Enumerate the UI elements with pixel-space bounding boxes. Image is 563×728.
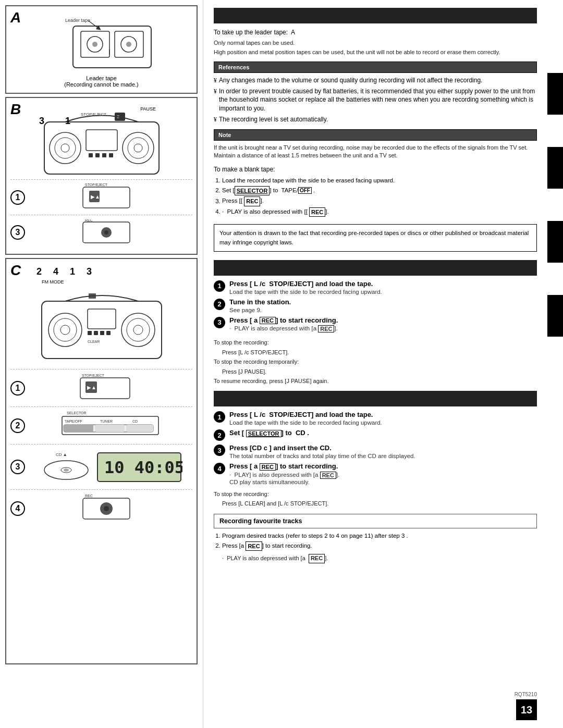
cd-step-3-title: Press [CD c ] and insert the CD. [229, 444, 537, 452]
rec-button-icon: REC [78, 219, 145, 245]
c-step-1-row: 1 STOP/EJECT ▶▲ [10, 369, 192, 406]
rec-step4-icon: REC [78, 494, 145, 523]
note-text: If the unit is brought near a TV set dur… [214, 144, 537, 160]
cd-step-1-sub: Load the tape with the side to be record… [229, 419, 537, 426]
margin-bar-1 [547, 73, 563, 115]
c-step-4-row: 4 REC [10, 489, 192, 527]
step-1-circle: 1 [10, 190, 25, 205]
fav-tracks-box: Recording favourite tracks [214, 514, 537, 528]
radio-step-2-title: Tune in the station. [229, 298, 537, 306]
svg-point-15 [128, 138, 149, 158]
pause-label-b: PAUSE [140, 106, 156, 112]
ref-item-1: ¥ Any changes made to the volume or soun… [214, 76, 537, 85]
radio-step-3-sub: · PLAY is also depressed with [a REC]. [229, 325, 537, 332]
fav-step-2: Press [a REC] to start recording. [222, 541, 537, 551]
margin-bar-4 [547, 295, 563, 337]
radio-step-2-sub: See page 9. [229, 307, 537, 313]
stop-eject-icon: STOP/EJECT ▶▲ [78, 183, 145, 212]
resume-text: To resume recording, press [J PAUSE] aga… [214, 377, 537, 385]
radio-steps-header [214, 260, 537, 276]
rec-device: REC [30, 219, 192, 245]
svg-point-13 [61, 144, 69, 152]
fav-step-1: Program desired tracks (refer to steps 2… [222, 532, 537, 540]
svg-text:REC: REC [85, 219, 93, 222]
svg-point-11 [50, 132, 81, 164]
radio-step-1-title: Press [ L /c STOP/EJECT] and load the ta… [229, 280, 537, 288]
svg-rect-44 [100, 331, 104, 335]
step-3-circle: 3 [10, 225, 25, 240]
b-num1: 1 [65, 116, 70, 127]
svg-rect-58 [126, 425, 153, 432]
cd-stop-label: To stop the recording: [214, 490, 537, 498]
left-column: A [0, 0, 203, 728]
svg-rect-40 [88, 309, 116, 329]
svg-rect-33 [42, 301, 162, 359]
section-c-label: C [10, 262, 21, 279]
blank-tape-label: To make a blank tape: [214, 165, 537, 174]
cd-insert-row: CD ▲ 10 40:05 [30, 449, 192, 485]
radio-steps: 1 Press [ L /c STOP/EJECT] and load the … [214, 280, 537, 336]
cd-stop-sub: Press [L CLEAR] and [L /c STOP/EJECT]. [222, 500, 537, 508]
c-stop-eject-icon: STOP/EJECT ▶▲ [78, 374, 145, 402]
selector-icon: TAPE/OFF TUNER CD SELECTOR [59, 411, 164, 440]
c-step-3-circle: 3 [10, 460, 25, 474]
cd-step-4: 4 Press [ a REC] to start recording. · P… [214, 462, 537, 485]
margin-bar-3 [547, 221, 563, 263]
leader-tape-label: Leader tape (Recording cannot be made.) [10, 75, 192, 88]
blank-step-1: Load the recorded tape with the side to … [222, 176, 537, 185]
c-step-2-row: 2 TAPE/OFF TUNER CD [10, 406, 192, 444]
stop-recording-sub: Press [L /c STOP/EJECT]. [222, 349, 537, 356]
svg-point-12 [55, 138, 76, 158]
c-num4: 4 [53, 266, 58, 277]
warning-box: Your attention is drawn to the fact that… [214, 224, 537, 252]
page-code: RQT5210 [515, 692, 537, 697]
svg-point-36 [60, 325, 70, 335]
margin-bar-2 [547, 147, 563, 189]
cd-step-3-sub: The total number of tracks and total pla… [229, 453, 537, 459]
cd-step-2-title: Set [ SELECTOR] to CD . [229, 429, 537, 437]
svg-point-4 [92, 42, 97, 47]
c-step-1-circle: 1 [10, 381, 25, 396]
svg-text:STOP/EJECT: STOP/EJECT [82, 374, 105, 377]
ref-item-3: ¥ The recording level is set automatical… [214, 115, 537, 124]
blank-step-2: Set [SELECTOR] to TAPE/OFF . [222, 186, 537, 196]
svg-point-39 [133, 325, 143, 335]
c-stop-eject-device: STOP/EJECT ▶▲ [30, 374, 192, 402]
stop-recording-label: To stop the recording: [214, 339, 537, 347]
ref-items: ¥ Any changes made to the volume or soun… [214, 76, 537, 126]
svg-text:SELECTOR: SELECTOR [67, 411, 87, 415]
svg-point-6 [126, 42, 131, 47]
svg-text:CD ▲: CD ▲ [56, 452, 67, 457]
svg-point-32 [104, 230, 108, 235]
svg-text:▶▲: ▶▲ [87, 385, 96, 390]
radio-step-3-title: Press [ a REC] to start recording. [229, 316, 537, 325]
cd-step-4-title: Press [ a REC] to start recording. [229, 462, 537, 471]
svg-text:CLEAR: CLEAR [88, 340, 100, 343]
svg-text:Leader tape: Leader tape [65, 18, 90, 23]
stop-eject-device: STOP/EJECT ▶▲ [30, 183, 192, 212]
svg-text:CD: CD [132, 419, 138, 423]
b-num3: 3 [39, 116, 44, 127]
cd-steps-header [214, 391, 537, 406]
cd-step-4-sub1: · PLAY] is also depressed with [a REC]. [229, 472, 537, 479]
stop-temp-label: To stop the recording temporarily: [214, 358, 537, 366]
svg-rect-56 [64, 425, 93, 432]
svg-rect-20 [102, 153, 106, 157]
blank-step-4: · PLAY is also depressed with [[ REC]. [222, 207, 537, 217]
c-num1: 1 [70, 266, 75, 277]
selector-device: TAPE/OFF TUNER CD SELECTOR [30, 411, 192, 440]
fav-title: Recording favourite tracks [219, 517, 302, 525]
fav-steps-list: Program desired tracks (refer to steps 2… [222, 532, 537, 552]
svg-rect-19 [95, 153, 100, 157]
right-column: To take up the leader tape: A Only norma… [203, 0, 547, 728]
right-margin [547, 0, 563, 728]
c-num3: 3 [87, 266, 92, 277]
svg-text:TUNER: TUNER [100, 419, 113, 423]
svg-point-35 [54, 318, 77, 341]
svg-text:STOP/EJECT: STOP/EJECT [85, 183, 108, 187]
svg-point-38 [127, 318, 150, 341]
section-b: B PAUSE 3 1 [5, 97, 198, 255]
take-up-label: To take up the leader tape: A [214, 28, 537, 37]
cd-step-3: 3 Press [CD c ] and insert the CD. The t… [214, 444, 537, 459]
c-step-4-circle: 4 [10, 501, 25, 516]
